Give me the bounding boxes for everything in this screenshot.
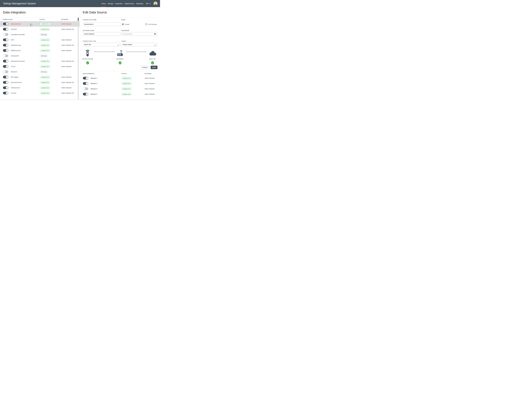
network-label: -	[61, 34, 62, 35]
connection-toggle[interactable]	[3, 86, 8, 89]
nav-item[interactable]: Storage	[108, 0, 113, 7]
scrollbar-thumb[interactable]	[78, 18, 79, 21]
connection-type-select[interactable]: REST API	[83, 43, 120, 46]
connection-row[interactable]: Campbell Scientific OFFLINE -	[0, 32, 80, 37]
sensor-row[interactable]: Sensor 1 CONNECTED Hatch Network	[80, 76, 160, 81]
mode-radio-cloud[interactable]: Cloud	[122, 22, 129, 26]
password-value: •••••••••••••••	[123, 33, 133, 35]
network-name-input[interactable]: Hatch Network	[83, 32, 120, 36]
status-badge: CONNECTED	[40, 87, 50, 89]
status-badge: CONNECTED	[40, 28, 50, 31]
check-circle-icon	[151, 61, 154, 64]
sensor-toggle[interactable]	[83, 77, 88, 79]
password-input[interactable]: •••••••••••••••	[121, 32, 157, 36]
agent-select[interactable]: Please Select	[121, 43, 157, 46]
connection-toggle[interactable]	[3, 65, 8, 68]
connection-toggle[interactable]	[3, 54, 8, 57]
cancel-button[interactable]: CANCEL	[141, 66, 149, 69]
nav-item[interactable]: Digital Assets	[125, 0, 134, 7]
sensor-row[interactable]: Sensor 4 CONNECTED Hatch Network	[80, 91, 160, 97]
network-label: Hatch Network 5G	[61, 92, 74, 94]
language-label: EN	[146, 3, 148, 4]
connection-toggle[interactable]	[3, 44, 8, 46]
sensor-toggle[interactable]	[83, 88, 88, 90]
network-label: Hatch Network	[61, 39, 71, 41]
avatar[interactable]	[153, 2, 158, 6]
connection-type-value: REST API	[84, 44, 91, 45]
connection-name: AdvantechConnect	[11, 60, 25, 62]
connection-toggle[interactable]	[3, 81, 8, 84]
connection-row[interactable]: OSIConnect CONNECTED Hatch Network	[0, 85, 80, 90]
sensor-row[interactable]: Sensor 3 CONNECTED Hatch Network	[80, 86, 160, 91]
network-label: -	[61, 71, 62, 73]
agent-value: Please Select	[123, 44, 132, 45]
network-label: Hatch Network	[145, 77, 155, 79]
connection-row[interactable]: Honeywell OFFLINE -	[0, 53, 80, 58]
nav-item[interactable]: Inspection	[115, 0, 122, 7]
connection-row[interactable]: AdvantechConnect CONNECTED Hatch Network…	[0, 58, 80, 64]
network-label: Hatch Network	[145, 93, 155, 95]
status-badge: CONNECTED	[121, 77, 132, 79]
connection-toggle[interactable]	[3, 70, 8, 73]
connection-row[interactable]: TILink CONNECTED Hatch Network	[0, 64, 80, 69]
connection-toggle[interactable]	[3, 92, 8, 94]
connection-toggle[interactable]	[3, 49, 8, 52]
network-name-value: Hatch Network	[84, 33, 94, 35]
connection-name-value: Sensemetrics	[84, 23, 94, 25]
connection-name: HBMConnect	[11, 50, 21, 51]
connection-toggle[interactable]	[3, 38, 8, 41]
connection-row[interactable]: OSISoft CONNECTED Hatch Network 5G	[0, 27, 80, 32]
status-badge: CONNECTED	[40, 76, 50, 78]
connection-row[interactable]: OPC CONNECTED Hatch Network	[0, 37, 80, 43]
connection-name: TILink	[11, 65, 15, 67]
status-badge: CONNECTED	[40, 44, 50, 46]
sensor-toggle[interactable]	[83, 82, 88, 85]
nav-item[interactable]: Reporting	[136, 0, 143, 7]
password-label: PASSWORD	[121, 30, 129, 31]
nav-item-label: Digital Assets	[125, 3, 134, 5]
nav-item[interactable]: Setup	[101, 0, 106, 7]
sensor-name: Sensor 1	[91, 77, 97, 79]
status-badge: OFFLINE	[40, 55, 48, 57]
connection-toggle[interactable]	[3, 28, 8, 31]
sensor-name: Sensor 2	[91, 83, 97, 84]
nav-item-label: Storage	[108, 3, 113, 5]
column-header-connections: CONNECTIONS	[3, 19, 13, 20]
connection-row[interactable]: Worldsensing CONNECTED Hatch Network 5G	[0, 43, 80, 48]
router-icon	[117, 50, 123, 56]
status-badge: OFFLINE	[40, 71, 48, 73]
main-nav: Setup Storage Inspection Digital Assets …	[100, 0, 158, 7]
connection-name: OSISoft	[11, 28, 17, 30]
connection-toggle[interactable]	[3, 60, 8, 63]
radio-label-cloud: Cloud	[125, 23, 129, 25]
network-label: Hatch Network	[61, 23, 71, 25]
sensor-row[interactable]: Sensor 2 CONNECTED Hatch Network	[80, 81, 160, 86]
status-badge: CONNECTED	[121, 93, 132, 95]
connection-toggle[interactable]	[3, 76, 8, 78]
connection-toggle[interactable]	[3, 33, 8, 36]
status-badge: CONNECTED	[40, 39, 50, 41]
mode-label: MODE	[121, 19, 126, 20]
connection-row[interactable]: Siemens OFFLINE -	[0, 69, 80, 75]
sensor-toggle[interactable]	[83, 93, 88, 95]
connection-row[interactable]: HBMConnect CONNECTED Hatch Network	[0, 48, 80, 53]
connection-name: GE Digital	[11, 76, 18, 78]
radio-unselected-icon	[145, 23, 147, 25]
connector-line	[126, 52, 147, 52]
connection-toggle[interactable]	[3, 23, 8, 25]
save-button[interactable]: SAVE	[151, 66, 158, 69]
connection-row[interactable]: TILink2 CONNECTED Hatch Network 5G	[0, 90, 80, 96]
mode-radio-on-premise[interactable]: On-Premise	[145, 22, 157, 26]
network-label: Hatch Network	[145, 88, 155, 90]
connection-row[interactable]: SenseConnect CONNECTED Hatch Network 5G	[0, 80, 80, 85]
connection-name: Sensemetrics	[11, 23, 21, 25]
show-password-eye-icon[interactable]	[154, 33, 156, 35]
connection-row[interactable]: GE Digital CONNECTED Hatch Network	[0, 75, 80, 80]
language-selector[interactable]: EN	[146, 3, 151, 4]
status-badge: CONNECTED	[40, 49, 50, 52]
connection-row[interactable]: Sensemetrics CONNECTED Hatch Network	[0, 21, 80, 27]
node-label-rest-api: REST API	[143, 58, 160, 60]
user-photo-icon	[153, 2, 158, 6]
connection-name-input[interactable]: Sensemetrics	[83, 22, 120, 26]
column-header-network: NETWORK	[145, 73, 152, 74]
